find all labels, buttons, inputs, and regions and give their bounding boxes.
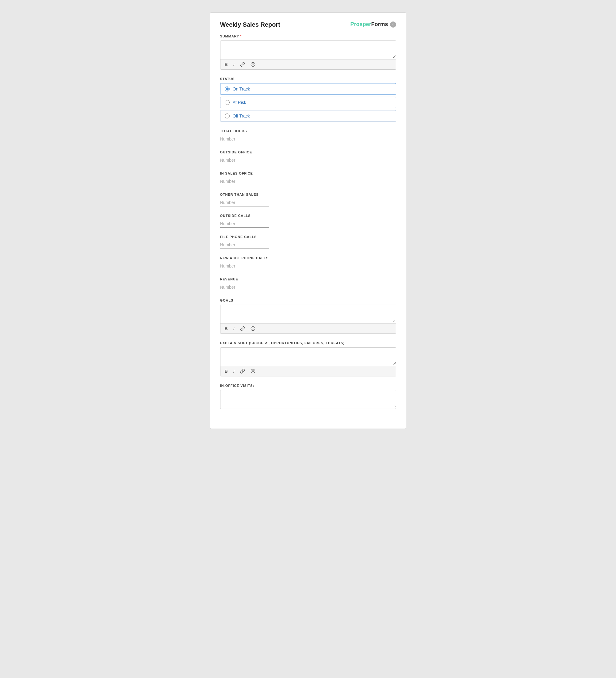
brand-prosper: Prosper <box>350 21 371 28</box>
summary-section: SUMMARY* B I <box>220 34 396 70</box>
outside-office-section: OUTSIDE OFFICE <box>220 150 396 164</box>
svg-point-3 <box>251 327 255 330</box>
outside-office-label: OUTSIDE OFFICE <box>220 150 396 154</box>
in-office-visits-section: IN-OFFICE VISITS: <box>220 384 396 409</box>
status-radio-group: On Track At Risk Off Track <box>220 83 396 122</box>
svg-point-0 <box>251 62 255 66</box>
file-phone-calls-input[interactable] <box>220 241 269 249</box>
explain-soft-emoji-button[interactable] <box>249 368 257 374</box>
explain-soft-input[interactable] <box>220 348 396 365</box>
explain-soft-section: EXPLAIN SOFT (SUCCESS, OPPORTUNITIES, FA… <box>220 341 396 376</box>
status-off-track-option[interactable]: Off Track <box>220 110 396 122</box>
explain-soft-italic-button[interactable]: I <box>232 368 236 374</box>
in-office-visits-rich-text <box>220 390 396 409</box>
status-off-track-label: Off Track <box>233 114 250 118</box>
goals-emoji-button[interactable] <box>249 326 257 332</box>
total-hours-input[interactable] <box>220 135 269 143</box>
in-sales-office-section: IN SALES OFFICE <box>220 172 396 185</box>
goals-rich-text: B I <box>220 305 396 334</box>
outside-office-field <box>220 156 396 164</box>
goals-link-button[interactable] <box>239 326 246 332</box>
in-office-visits-label: IN-OFFICE VISITS: <box>220 384 396 387</box>
status-at-risk-label: At Risk <box>233 100 246 105</box>
status-label: STATUS <box>220 77 396 81</box>
goals-toolbar: B I <box>220 323 396 334</box>
summary-label: SUMMARY* <box>220 34 396 38</box>
goals-italic-button[interactable]: I <box>232 326 236 332</box>
explain-soft-link-button[interactable] <box>239 368 246 374</box>
summary-input[interactable] <box>220 41 396 58</box>
status-at-risk-option[interactable]: At Risk <box>220 97 396 108</box>
status-on-track-radio[interactable] <box>225 86 230 91</box>
outside-calls-section: OUTSIDE CALLS <box>220 214 396 228</box>
file-phone-calls-label: FILE PHONE CALLS <box>220 235 396 239</box>
status-at-risk-radio[interactable] <box>225 100 230 105</box>
revenue-field <box>220 284 396 291</box>
new-acct-phone-calls-field <box>220 262 396 270</box>
in-sales-office-input[interactable] <box>220 178 269 185</box>
in-office-visits-input[interactable] <box>220 390 396 407</box>
total-hours-section: TOTAL HOURS <box>220 129 396 143</box>
form-title: Weekly Sales Report <box>220 21 280 28</box>
brand-forms: Forms <box>371 21 388 28</box>
revenue-label: REVENUE <box>220 277 396 281</box>
outside-calls-field <box>220 220 396 228</box>
goals-input[interactable] <box>220 305 396 322</box>
explain-soft-label: EXPLAIN SOFT (SUCCESS, OPPORTUNITIES, FA… <box>220 341 396 345</box>
required-indicator: * <box>240 34 242 38</box>
new-acct-phone-calls-input[interactable] <box>220 262 269 270</box>
explain-soft-rich-text: B I <box>220 347 396 376</box>
in-sales-office-label: IN SALES OFFICE <box>220 172 396 175</box>
summary-toolbar: B I <box>220 59 396 69</box>
goals-bold-button[interactable]: B <box>223 326 229 332</box>
outside-office-input[interactable] <box>220 156 269 164</box>
explain-soft-toolbar: B I <box>220 366 396 376</box>
summary-link-button[interactable] <box>239 61 246 68</box>
summary-emoji-button[interactable] <box>249 61 257 68</box>
header-right: ProsperForms × <box>350 21 396 28</box>
other-than-sales-section: OTHER THAN SALES <box>220 193 396 206</box>
goals-label: GOALS <box>220 299 396 302</box>
form-header: Weekly Sales Report ProsperForms × <box>220 21 396 28</box>
other-than-sales-label: OTHER THAN SALES <box>220 193 396 196</box>
in-sales-office-field <box>220 178 396 185</box>
revenue-section: REVENUE <box>220 277 396 291</box>
status-off-track-radio[interactable] <box>225 114 230 118</box>
status-section: STATUS On Track At Risk Off Track <box>220 77 396 122</box>
summary-italic-button[interactable]: I <box>232 61 236 68</box>
explain-soft-bold-button[interactable]: B <box>223 368 229 374</box>
new-acct-phone-calls-section: NEW ACCT PHONE CALLS <box>220 256 396 270</box>
close-button[interactable]: × <box>390 22 396 28</box>
summary-bold-button[interactable]: B <box>223 61 229 68</box>
total-hours-field <box>220 135 396 143</box>
outside-calls-input[interactable] <box>220 220 269 228</box>
new-acct-phone-calls-label: NEW ACCT PHONE CALLS <box>220 256 396 260</box>
file-phone-calls-field <box>220 241 396 249</box>
brand-logo: ProsperForms <box>350 21 388 28</box>
status-on-track-label: On Track <box>233 86 250 91</box>
status-on-track-option[interactable]: On Track <box>220 83 396 95</box>
other-than-sales-input[interactable] <box>220 199 269 206</box>
other-than-sales-field <box>220 199 396 206</box>
form-container: Weekly Sales Report ProsperForms × SUMMA… <box>210 12 406 429</box>
total-hours-label: TOTAL HOURS <box>220 129 396 133</box>
file-phone-calls-section: FILE PHONE CALLS <box>220 235 396 249</box>
svg-point-6 <box>251 369 255 373</box>
revenue-input[interactable] <box>220 284 269 291</box>
summary-rich-text: B I <box>220 40 396 70</box>
outside-calls-label: OUTSIDE CALLS <box>220 214 396 218</box>
goals-section: GOALS B I <box>220 299 396 334</box>
